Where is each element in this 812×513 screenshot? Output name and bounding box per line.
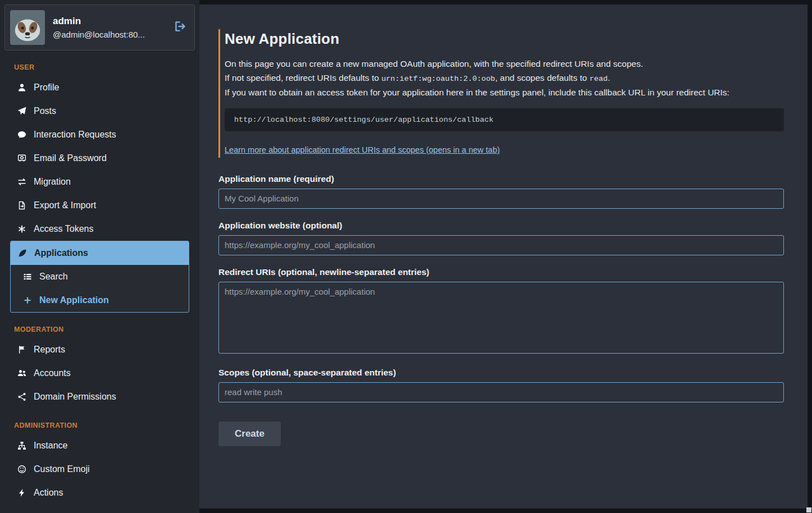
transfer-icon: [17, 177, 27, 186]
sidebar-item-posts[interactable]: Posts: [10, 99, 189, 123]
applications-group: Applications Search New Application: [10, 241, 189, 313]
application-name-input[interactable]: [218, 189, 784, 209]
asterisk-icon: [17, 225, 27, 233]
intro-block: New Application On this page you can cre…: [218, 29, 784, 158]
sidebar-item-reports[interactable]: Reports: [10, 338, 189, 361]
inline-code-read: read: [590, 75, 608, 83]
bolt-icon: [17, 488, 27, 497]
plus-icon: [22, 296, 33, 305]
sidebar-item-label: Migration: [34, 177, 71, 187]
field-redirect-uris: Redirect URIs (optional, newline-separat…: [218, 267, 784, 356]
sidebar-item-label: Email & Password: [34, 153, 107, 163]
sidebar-item-actions[interactable]: Actions: [10, 481, 189, 505]
callback-url-code-block: http://localhost:8080/settings/user/appl…: [225, 108, 784, 131]
sidebar-item-email-password[interactable]: Email & Password: [10, 146, 189, 170]
redirect-uris-label: Redirect URIs (optional, newline-separat…: [218, 267, 784, 277]
intro-line-2-suffix: .: [608, 73, 610, 83]
sidebar-item-label: Profile: [34, 83, 59, 93]
new-application-form: Application name (required) Application …: [218, 174, 784, 446]
feather-icon: [17, 249, 28, 258]
sidebar-item-new-application[interactable]: New Application: [11, 288, 189, 312]
sidebar-item-access-tokens[interactable]: Access Tokens: [10, 217, 189, 241]
intro-line-2: If not specified, redirect URIs defaults…: [225, 71, 784, 86]
sitemap-icon: [17, 441, 27, 450]
sidebar-item-interaction-requests[interactable]: Interaction Requests: [10, 123, 189, 146]
intro-line-2-prefix: If not specified, redirect URIs defaults…: [225, 73, 381, 83]
application-website-input[interactable]: [218, 235, 784, 255]
sidebar-item-label: Accounts: [34, 368, 71, 378]
logout-icon[interactable]: [174, 20, 186, 35]
page-title: New Application: [225, 30, 784, 48]
section-heading-user: USER: [14, 63, 189, 71]
sidebar-item-label: New Application: [39, 295, 109, 305]
sidebar-item-label: Instance: [34, 441, 67, 451]
username: admin: [53, 16, 145, 27]
scopes-label: Scopes (optional, space-separated entrie…: [218, 368, 784, 378]
avatar: [10, 10, 45, 45]
redirect-uris-textarea[interactable]: [218, 282, 784, 354]
sidebar-item-instance[interactable]: Instance: [10, 434, 189, 457]
scrollbar-corner: [806, 507, 811, 512]
sidebar-item-applications[interactable]: Applications: [11, 241, 189, 265]
application-website-label: Application website (optional): [218, 221, 784, 231]
sidebar-item-label: Posts: [34, 106, 56, 116]
sidebar-item-domain-permissions[interactable]: Domain Permissions: [10, 385, 189, 409]
sidebar: admin @admin@localhost:80... USER Profil…: [0, 0, 199, 513]
sidebar-item-label: Access Tokens: [34, 224, 93, 234]
paper-plane-icon: [17, 107, 27, 116]
field-scopes: Scopes (optional, space-separated entrie…: [218, 368, 784, 402]
scopes-input[interactable]: [218, 382, 784, 402]
smiley-icon: [17, 465, 27, 474]
sidebar-item-label: Interaction Requests: [34, 130, 116, 140]
intro-line-1: On this page you can create a new manage…: [225, 57, 784, 71]
file-export-icon: [17, 201, 27, 210]
section-heading-moderation: MODERATION: [14, 326, 189, 333]
user-card[interactable]: admin @admin@localhost:80...: [4, 4, 195, 51]
sidebar-item-label: Export & Import: [34, 200, 96, 210]
sidebar-item-label: Reports: [34, 345, 65, 355]
comment-icon: [17, 130, 27, 139]
sidebar-item-export-import[interactable]: Export & Import: [10, 194, 189, 217]
sidebar-item-migration[interactable]: Migration: [10, 170, 189, 194]
users-icon: [17, 369, 27, 378]
sidebar-item-label: Search: [39, 272, 68, 282]
inline-code-oob: urn:ietf:wg:oauth:2.0:oob: [381, 75, 495, 83]
section-heading-administration: ADMINISTRATION: [14, 422, 189, 429]
sidebar-item-label: Custom Emoji: [34, 464, 90, 474]
sidebar-item-accounts[interactable]: Accounts: [10, 361, 189, 385]
share-nodes-icon: [17, 392, 27, 401]
flag-icon: [17, 345, 27, 354]
sidebar-item-label: Domain Permissions: [34, 392, 116, 402]
field-application-website: Application website (optional): [218, 221, 784, 255]
sidebar-nav: USER Profile Posts Interaction Requests …: [10, 63, 189, 505]
user-handle: @admin@localhost:80...: [53, 30, 145, 39]
application-name-label: Application name (required): [218, 174, 784, 184]
sidebar-item-profile[interactable]: Profile: [10, 76, 189, 99]
create-button[interactable]: Create: [218, 422, 281, 446]
list-icon: [22, 272, 33, 281]
vault-icon: [17, 154, 27, 163]
sidebar-item-custom-emoji[interactable]: Custom Emoji: [10, 457, 189, 481]
intro-line-3: If you want to obtain an access token fo…: [225, 86, 784, 100]
field-application-name: Application name (required): [218, 174, 784, 209]
user-icon: [17, 83, 27, 92]
sidebar-item-applications-search[interactable]: Search: [11, 265, 189, 288]
learn-more-link[interactable]: Learn more about application redirect UR…: [225, 145, 500, 154]
sidebar-item-label: Applications: [34, 248, 88, 258]
sidebar-item-label: Actions: [34, 488, 63, 498]
main-panel: New Application On this page you can cre…: [199, 4, 808, 509]
intro-line-2-mid: , and scopes defaults to: [495, 73, 590, 83]
user-meta: admin @admin@localhost:80...: [53, 16, 145, 39]
